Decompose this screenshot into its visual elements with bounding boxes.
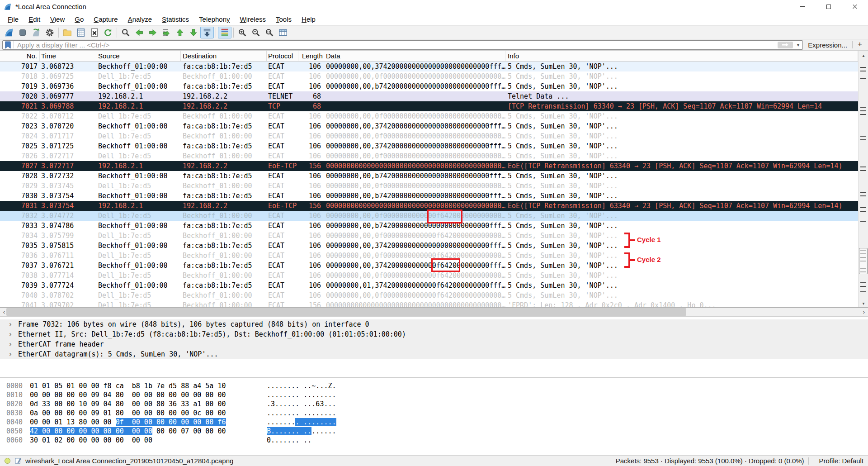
go-forward-button[interactable] (146, 27, 160, 38)
expand-chevron-icon[interactable]: › (9, 319, 18, 329)
hex-ascii[interactable]: ........ ........ (267, 409, 336, 418)
zoom-original-button[interactable] (263, 27, 276, 38)
add-filter-button[interactable]: + (855, 40, 866, 50)
menu-wireless[interactable]: Wireless (235, 14, 271, 24)
menu-help[interactable]: Help (297, 14, 321, 24)
detail-line-3[interactable]: ›EtherCAT datagram(s): 5 Cmds, SumLen 30… (0, 349, 868, 359)
packet-row-7041[interactable]: 70413.079702Dell_1b:7e:d5Beckhoff_01:00:… (0, 300, 858, 308)
packet-row-7018[interactable]: 70183.069725Dell_1b:7e:d5Beckhoff_01:00:… (0, 71, 858, 81)
packet-row-7020[interactable]: 70203.069777192.168.2.1192.168.2.2TELNET… (0, 91, 858, 101)
hex-ascii[interactable]: ........ ........ (267, 390, 336, 399)
hex-ascii[interactable]: ........ ..~...Z. (267, 381, 336, 390)
column-header-protocol[interactable]: Protocol (267, 51, 298, 61)
maximize-button[interactable] (816, 0, 842, 13)
start-capture-button[interactable] (2, 27, 16, 38)
expand-chevron-icon[interactable]: › (9, 329, 18, 339)
hex-row-0000[interactable]: 000001 01 05 01 00 00 f8 ca b8 1b 7e d5 … (0, 381, 868, 390)
hex-row-0010[interactable]: 001000 00 00 00 00 09 04 80 00 00 00 00 … (0, 390, 868, 399)
save-file-button[interactable] (74, 27, 88, 38)
expression-button[interactable]: Expression... (805, 41, 850, 49)
zoom-out-button[interactable] (249, 27, 263, 38)
packet-row-7036[interactable]: 70363.076711Dell_1b:7e:d5Beckhoff_01:00:… (0, 251, 858, 261)
column-header-time[interactable]: Time (40, 51, 97, 61)
menu-view[interactable]: View (45, 14, 70, 24)
detail-line-0[interactable]: ›Frame 7032: 106 bytes on wire (848 bits… (0, 319, 868, 329)
menu-analyze[interactable]: Analyze (123, 14, 157, 24)
scroll-down-arrow[interactable]: ▾ (859, 299, 868, 308)
menu-edit[interactable]: Edit (24, 14, 45, 24)
go-first-button[interactable] (173, 27, 187, 38)
restart-capture-button[interactable] (29, 27, 43, 38)
hex-row-0030[interactable]: 00300a 00 00 00 00 09 01 80 00 00 00 00 … (0, 409, 868, 418)
packet-row-7022[interactable]: 70223.070712Dell_1b:7e:d5Beckhoff_01:00:… (0, 111, 858, 121)
close-file-button[interactable] (88, 27, 101, 38)
packet-row-7025[interactable]: 70253.071725Beckhoff_01:00:00fa:ca:b8:1b… (0, 141, 858, 151)
packet-row-7023[interactable]: 70233.070720Beckhoff_01:00:00fa:ca:b8:1b… (0, 121, 858, 131)
packet-row-7037[interactable]: 70373.076721Beckhoff_01:00:00fa:ca:b8:1b… (0, 261, 858, 271)
hex-bytes[interactable]: 0d 33 00 00 10 09 04 80 00 00 80 36 33 a… (30, 399, 226, 409)
stop-capture-button[interactable] (16, 27, 29, 38)
close-button[interactable] (842, 0, 868, 13)
packet-row-7034[interactable]: 70343.075799Dell_1b:7e:d5Beckhoff_01:00:… (0, 231, 858, 241)
packet-row-7017[interactable]: 70173.068723Beckhoff_01:00:00fa:ca:b8:1b… (0, 62, 858, 71)
find-packet-button[interactable] (119, 27, 132, 38)
packet-row-7021[interactable]: 70213.069788192.168.2.1192.168.2.2TCP68[… (0, 101, 858, 111)
hex-bytes[interactable]: 30 01 02 00 00 00 00 00 00 00 (30, 436, 152, 445)
menu-capture[interactable]: Capture (89, 14, 123, 24)
column-header-source[interactable]: Source (97, 51, 181, 61)
capture-options-button[interactable] (43, 27, 57, 38)
menu-file[interactable]: File (3, 14, 24, 24)
packet-row-7039[interactable]: 70393.077724Beckhoff_01:00:00fa:ca:b8:1b… (0, 281, 858, 290)
reload-file-button[interactable] (101, 27, 115, 38)
hex-ascii[interactable]: 0....... .. (267, 436, 311, 445)
expand-chevron-icon[interactable]: › (9, 339, 18, 349)
packet-row-7026[interactable]: 70263.072717Dell_1b:7e:d5Beckhoff_01:00:… (0, 151, 858, 161)
horizontal-scrollbar-thumb[interactable] (6, 308, 686, 316)
hex-row-0060[interactable]: 006030 01 02 00 00 00 00 00 00 000......… (0, 436, 868, 445)
resize-columns-button[interactable] (276, 27, 290, 38)
capture-comment-icon[interactable] (14, 457, 21, 464)
zoom-in-button[interactable] (236, 27, 249, 38)
packet-row-7030[interactable]: 70303.073754Beckhoff_01:00:00fa:ca:b8:1b… (0, 191, 858, 201)
hex-bytes[interactable]: 00 00 00 00 00 09 04 80 00 00 00 00 00 0… (30, 390, 226, 399)
display-filter-field[interactable]: ▾ (2, 40, 803, 50)
packet-row-7029[interactable]: 70293.073745Dell_1b:7e:d5Beckhoff_01:00:… (0, 181, 858, 191)
colorize-packets-button[interactable] (218, 27, 231, 38)
expert-info-icon[interactable] (5, 458, 10, 464)
hex-bytes[interactable]: 42 00 00 00 00 00 00 00 00 00 00 00 07 0… (30, 427, 226, 436)
hex-row-0050[interactable]: 005042 00 00 00 00 00 00 00 00 00 00 00 … (0, 427, 868, 436)
column-header-destination[interactable]: Destination (181, 51, 267, 61)
horizontal-scrollbar[interactable]: ‹ › (0, 308, 868, 317)
packet-row-7024[interactable]: 70243.071717Dell_1b:7e:d5Beckhoff_01:00:… (0, 131, 858, 141)
hex-bytes[interactable]: 01 01 05 01 00 00 f8 ca b8 1b 7e d5 88 a… (30, 381, 226, 390)
menu-go[interactable]: Go (70, 14, 89, 24)
column-header-no[interactable]: No. (0, 51, 40, 61)
filter-history-dropdown[interactable]: ▾ (795, 42, 802, 48)
packet-row-7040[interactable]: 70403.078702Dell_1b:7e:d5Beckhoff_01:00:… (0, 290, 858, 300)
expand-chevron-icon[interactable]: › (9, 349, 18, 359)
menu-tools[interactable]: Tools (271, 14, 297, 24)
go-last-button[interactable] (187, 27, 200, 38)
open-file-button[interactable] (61, 27, 74, 38)
scroll-up-arrow[interactable]: ▴ (859, 51, 868, 60)
packet-row-7028[interactable]: 70283.072732Beckhoff_01:00:00fa:ca:b8:1b… (0, 171, 858, 181)
hex-row-0040[interactable]: 004000 00 01 13 80 00 00 0f 00 00 00 00 … (0, 418, 868, 427)
packet-row-7038[interactable]: 70383.077714Dell_1b:7e:d5Beckhoff_01:00:… (0, 271, 858, 281)
hex-bytes[interactable]: 00 00 01 13 80 00 00 0f 00 00 00 00 00 0… (30, 418, 226, 427)
menu-telephony[interactable]: Telephony (194, 14, 235, 24)
go-to-packet-button[interactable] (160, 27, 173, 38)
minimize-button[interactable] (789, 0, 816, 13)
packet-row-7019[interactable]: 70193.069736Beckhoff_01:00:00fa:ca:b8:1b… (0, 81, 858, 91)
detail-line-2[interactable]: ›EtherCAT frame header (0, 339, 868, 349)
scroll-right-arrow[interactable]: › (860, 308, 868, 316)
scrollbar-thumb[interactable] (859, 248, 868, 274)
hex-ascii[interactable]: ........ ........ (267, 418, 336, 427)
hex-ascii[interactable]: .3...... ...63... (267, 399, 336, 409)
column-header-data[interactable]: Data (323, 51, 505, 61)
menu-statistics[interactable]: Statistics (157, 14, 194, 24)
auto-scroll-button[interactable] (200, 27, 214, 38)
packet-row-7027[interactable]: 70273.072717192.168.2.1192.168.2.2EoE-TC… (0, 161, 858, 171)
profile-selector[interactable]: Profile: Default (819, 457, 863, 465)
apply-filter-button[interactable] (778, 42, 793, 48)
display-filter-input[interactable] (16, 41, 775, 49)
